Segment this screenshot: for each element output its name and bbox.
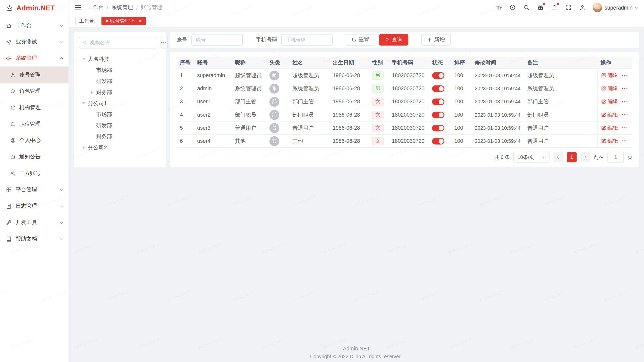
sidebar-item-workbench[interactable]: 工作台 xyxy=(0,17,69,34)
refresh-icon[interactable] xyxy=(132,19,136,23)
tree-caret-icon[interactable] xyxy=(90,79,95,84)
tree-caret-icon[interactable] xyxy=(90,90,95,95)
cell-birthdate: 1986-06-28 xyxy=(329,121,369,134)
gift-icon[interactable] xyxy=(537,4,544,11)
more-actions-button[interactable]: ··· xyxy=(622,85,628,92)
tree-caret-icon[interactable] xyxy=(90,134,95,139)
status-toggle[interactable] xyxy=(432,85,445,92)
status-toggle[interactable] xyxy=(432,111,445,118)
sidebar-item-profile[interactable]: 个人中心 xyxy=(0,132,69,149)
more-actions-button[interactable]: ··· xyxy=(622,99,628,105)
sidebar-item-label: 系统管理 xyxy=(16,55,37,62)
cell-modified-time: 2023-01-03 10:59:44 xyxy=(471,121,524,134)
edit-button[interactable]: 编辑 xyxy=(601,111,618,118)
font-size-icon[interactable]: TT xyxy=(496,4,502,10)
tree-caret-icon[interactable] xyxy=(90,68,95,73)
tree-caret-icon[interactable] xyxy=(90,123,95,128)
prev-page-button[interactable] xyxy=(553,152,563,162)
breadcrumb-item[interactable]: 系统管理 xyxy=(111,4,133,11)
sidebar-item-logs[interactable]: 日志管理 xyxy=(0,198,69,214)
tree-caret-icon[interactable] xyxy=(81,56,86,61)
cell-remark: 超级管理员 xyxy=(524,69,597,82)
bell-icon[interactable] xyxy=(551,4,558,11)
close-icon[interactable]: × xyxy=(138,18,141,24)
status-toggle[interactable] xyxy=(432,125,445,131)
sidebar-item-business-test[interactable]: 业务测试 xyxy=(0,34,69,50)
account-filter-label: 账号 xyxy=(177,36,187,43)
chevron-right-icon xyxy=(583,155,587,159)
tree-node[interactable]: 研发部 xyxy=(79,75,161,86)
column-header: 账号 xyxy=(194,57,232,68)
cell-account: admin xyxy=(194,82,232,95)
cell-nickname: 系统管理员 xyxy=(232,82,266,95)
sidebar-item-devtools[interactable]: 开发工具 xyxy=(0,214,69,231)
reset-button[interactable]: 重置 xyxy=(346,34,375,46)
account-filter-input[interactable] xyxy=(191,34,243,46)
cell-actions: 编辑 ··· xyxy=(597,95,632,108)
tree-node[interactable]: 大名科技 xyxy=(79,53,161,64)
status-toggle[interactable] xyxy=(432,98,445,105)
tree-node[interactable]: 分公司1 xyxy=(79,98,161,109)
tree-node[interactable]: 财务部 xyxy=(79,86,161,98)
breadcrumb-item[interactable]: 工作台 xyxy=(88,4,104,11)
sidebar-item-platform[interactable]: 平台管理 xyxy=(0,182,69,198)
tree-caret-icon[interactable] xyxy=(90,112,95,117)
sidebar-item-notices[interactable]: 通知公告 xyxy=(0,149,69,165)
user-menu[interactable]: superadmin xyxy=(593,3,637,12)
sidebar-item-third-accounts[interactable]: 三方账号 xyxy=(0,165,69,181)
edit-button[interactable]: 编辑 xyxy=(601,72,618,79)
cell-nickname: 其他 xyxy=(232,135,266,148)
tree-node[interactable]: 市场部 xyxy=(79,64,161,75)
tab-workbench[interactable]: 工作台 xyxy=(75,17,98,25)
sidebar-item-roles[interactable]: 角色管理 xyxy=(0,83,69,99)
status-toggle[interactable] xyxy=(432,72,445,79)
sidebar: Admin.NET 工作台 业务测试 xyxy=(0,0,69,362)
more-actions-button[interactable]: ··· xyxy=(622,125,628,131)
org-search-input[interactable] xyxy=(90,40,154,46)
tree-node[interactable]: 分公司2 xyxy=(79,142,161,153)
sidebar-item-accounts[interactable]: 账号管理 xyxy=(0,66,69,83)
sidebar-item-help[interactable]: 帮助文档 xyxy=(0,231,69,247)
status-toggle[interactable] xyxy=(432,138,445,144)
avatar: 超 xyxy=(269,70,279,80)
tree-node-label: 分公司2 xyxy=(88,144,107,151)
edit-button[interactable]: 编辑 xyxy=(601,137,618,145)
page-size-select[interactable]: 10条/页 xyxy=(513,152,550,162)
tree-node[interactable]: 财务部 xyxy=(79,131,161,142)
next-page-button[interactable] xyxy=(580,152,590,162)
goto-page-input[interactable] xyxy=(608,152,624,162)
logo[interactable]: Admin.NET xyxy=(0,0,69,16)
edit-button[interactable]: 编辑 xyxy=(601,124,618,131)
phone-filter-input[interactable] xyxy=(281,34,333,46)
page-number-active[interactable]: 1 xyxy=(567,152,577,162)
search-icon[interactable] xyxy=(523,4,530,11)
gender-badge: 女 xyxy=(372,98,384,106)
more-actions-button[interactable]: ··· xyxy=(622,112,628,118)
more-actions-button[interactable]: ··· xyxy=(622,138,628,144)
tree-node[interactable]: 市场部 xyxy=(79,109,161,120)
more-actions-button[interactable]: ··· xyxy=(622,72,628,78)
tree-more-button[interactable]: ··· xyxy=(160,37,168,49)
edit-button[interactable]: 编辑 xyxy=(601,98,618,105)
user-icon[interactable] xyxy=(579,4,586,11)
sidebar-item-system[interactable]: 系统管理 xyxy=(0,50,69,66)
tab-accounts-active[interactable]: 账号管理 × xyxy=(101,17,146,25)
sidebar-item-orgs[interactable]: 机构管理 xyxy=(0,99,69,116)
add-button[interactable]: 新增 xyxy=(421,34,451,46)
tree-caret-icon[interactable] xyxy=(81,101,86,106)
book-icon xyxy=(6,236,12,242)
sidebar-item-positions[interactable]: 职位管理 xyxy=(0,116,69,132)
tree-caret-icon[interactable] xyxy=(81,145,86,150)
fullscreen-icon[interactable] xyxy=(565,4,572,11)
hamburger-menu-icon[interactable] xyxy=(75,4,81,11)
edit-icon xyxy=(601,125,606,130)
globe-icon[interactable] xyxy=(509,4,516,11)
tree-node[interactable]: 研发部 xyxy=(79,120,161,131)
chevron-left-icon xyxy=(557,155,560,159)
table-row: 3 user1 部门主管 部 部门主管 1986-06-28 女 xyxy=(177,95,632,108)
sidebar-item-label: 日志管理 xyxy=(16,202,37,210)
cell-order: 100 xyxy=(451,135,472,148)
cell-actions: 编辑 ··· xyxy=(597,82,632,95)
search-button[interactable]: 查询 xyxy=(379,34,408,46)
edit-button[interactable]: 编辑 xyxy=(601,85,618,92)
